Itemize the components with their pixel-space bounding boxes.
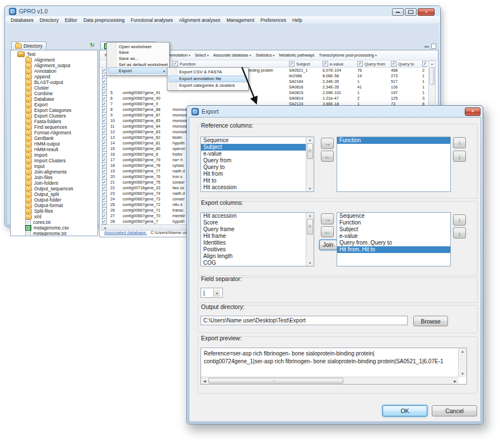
reference-chosen-list[interactable]: Function — [337, 137, 451, 192]
column-header-subject[interactable]: ✓Subject — [289, 60, 321, 67]
checkbox-icon[interactable]: ✓ — [172, 61, 178, 67]
checkbox-icon[interactable]: ✓ — [422, 61, 427, 67]
checkbox-icon[interactable]: ✓ — [102, 135, 107, 140]
toolbar-item-statistics[interactable]: Statistics▾ — [256, 53, 275, 58]
row-checkbox[interactable]: ✓ — [102, 191, 109, 196]
checkbox-icon[interactable]: ✓ — [102, 124, 107, 129]
row-checkbox[interactable]: ✓ — [102, 113, 109, 118]
checkbox-icon[interactable]: ✓ — [357, 61, 363, 67]
scroll-left-icon[interactable]: ◀ — [103, 226, 106, 229]
tree-item-fasta-folders[interactable]: Fasta-folders — [11, 119, 97, 124]
row-checkbox[interactable]: ✓ — [102, 107, 109, 113]
row-checkbox[interactable]: ✓ — [102, 208, 109, 213]
list-item-query-frame[interactable]: Query frame — [201, 226, 306, 233]
toolbar-item-select[interactable]: Select▾ — [195, 53, 209, 58]
scroll-up-icon[interactable]: ▲ — [429, 62, 435, 65]
checkbox-icon[interactable]: ✓ — [102, 146, 107, 152]
menu-item-set-as-default-worksheet[interactable]: Set as default worksheet — [108, 62, 169, 68]
column-header-query-to[interactable]: ✓Query to — [391, 60, 421, 67]
scrollbar-thumb[interactable] — [208, 378, 343, 383]
reference-add-button[interactable]: → — [321, 138, 334, 149]
tree-item-join-folders[interactable]: Join-folders — [11, 180, 97, 186]
tree-item-metagenome-csv[interactable]: metagenome.csv — [11, 225, 97, 231]
tree-item-join-alignments[interactable]: Join-alignments — [11, 169, 97, 175]
row-checkbox[interactable]: ✓ — [102, 140, 109, 146]
maximize-view-icon[interactable] — [431, 44, 436, 49]
tree-item-append[interactable]: Append — [11, 74, 97, 79]
list-item-function[interactable]: Function — [337, 219, 450, 226]
scroll-up-icon[interactable]: ▲ — [306, 138, 314, 142]
titlebar[interactable]: GPRO v1.0 — [5, 6, 440, 16]
menu-item-export[interactable]: Export▸ — [108, 67, 168, 74]
reference-move-up-button[interactable]: ↑ — [453, 137, 466, 148]
menu-item-export-categories-clusters[interactable]: Export categories & clusters — [168, 82, 248, 89]
row-checkbox[interactable]: ✓ — [102, 180, 109, 185]
row-checkbox[interactable]: ✓ — [102, 124, 109, 129]
maximize-button[interactable] — [405, 8, 417, 16]
menu-item-open-worksheet[interactable]: Open worksheet — [108, 44, 169, 50]
tree-item-export[interactable]: Export — [11, 102, 97, 107]
tree-item-split-files[interactable]: Split-files — [11, 208, 97, 214]
tree-item-export-clusters[interactable]: Export Clusters — [11, 113, 97, 119]
row-checkbox[interactable]: ✓ — [102, 196, 109, 202]
checkbox-icon[interactable]: ✓ — [102, 85, 107, 90]
field-separator-select[interactable]: | ▾ — [200, 288, 223, 298]
list-item-score[interactable]: Score — [201, 219, 306, 226]
scroll-up-icon[interactable]: ▲ — [459, 350, 466, 353]
scroll-right-icon[interactable]: ▶ — [454, 379, 456, 383]
checkbox-icon[interactable]: ✓ — [102, 191, 107, 196]
tree-item-alignment-output[interactable]: Alignment_output — [11, 63, 97, 68]
tree-item-import[interactable]: Import — [11, 152, 97, 158]
menu-item-save-as[interactable]: Save as... — [108, 55, 169, 62]
menubar-item-directory[interactable]: Directory — [40, 17, 59, 23]
list-item-query-to[interactable]: Query to — [201, 164, 306, 171]
checkbox-icon[interactable]: ✓ — [102, 174, 107, 180]
scrollbar-thumb[interactable] — [307, 219, 313, 235]
tree-item-annotation[interactable]: Annotation — [11, 68, 97, 74]
menubar-item-management[interactable]: Management — [226, 17, 254, 23]
export-move-up-button[interactable]: ↑ — [453, 214, 466, 226]
menubar-item-alignment-analyses[interactable]: Alignment analyses — [179, 17, 221, 23]
row-checkbox[interactable]: ✓ — [102, 135, 109, 140]
scroll-left-icon[interactable]: ◀ — [203, 379, 206, 383]
checkbox-icon[interactable]: ✓ — [102, 113, 107, 118]
column-header-clipped[interactable]: ✓ — [422, 60, 427, 67]
reference-move-down-button[interactable]: ↓ — [453, 151, 466, 162]
toolbar-item-metabolic-pathways[interactable]: Metabolic pathways — [279, 53, 314, 58]
checkbox-icon[interactable]: ✓ — [102, 140, 107, 146]
checkbox-icon[interactable]: ✓ — [102, 168, 107, 174]
row-checkbox[interactable]: ✓ — [102, 213, 109, 219]
row-checkbox[interactable]: ✓ — [102, 101, 109, 107]
export-preview-box[interactable]: Reference=ser-asp rich fibrinogen- bone … — [200, 348, 467, 385]
row-checkbox[interactable]: ✓ — [102, 174, 109, 180]
tree-item-cluster[interactable]: Cluster — [11, 85, 97, 91]
checkbox-icon[interactable]: ✓ — [102, 185, 107, 191]
column-header-e-value[interactable]: ✓e-value — [323, 60, 356, 67]
list-item-function[interactable]: Function — [337, 137, 450, 144]
export-chosen-list[interactable]: SequenceFunctionSubjecte-valueQuery from… — [337, 212, 451, 266]
reference-available-list[interactable]: SequenceSubjecte-valueQuery fromQuery to… — [200, 137, 314, 192]
preview-vertical-scrollbar[interactable]: ▲ ▼ — [458, 348, 466, 377]
tree-item-output-sequences[interactable]: Output_sequences — [11, 186, 97, 191]
row-checkbox[interactable]: ✓ — [102, 146, 109, 152]
tree-item-alignment[interactable]: Alignment — [11, 57, 97, 63]
list-item-hit-frame[interactable]: Hit frame — [201, 233, 306, 240]
checkbox-icon[interactable]: ✓ — [102, 208, 107, 213]
checkbox-icon[interactable]: ✓ — [102, 213, 107, 219]
tree-item-output-format[interactable]: Output-format — [11, 203, 97, 208]
list-item-cog[interactable]: COG — [201, 260, 306, 266]
row-checkbox[interactable]: ✓ — [102, 219, 109, 224]
scrollbar-thumb[interactable] — [307, 143, 313, 159]
tree-item-output-folder[interactable]: Output-folder — [11, 197, 97, 203]
checkbox-icon[interactable]: ✓ — [102, 107, 107, 113]
checkbox-icon[interactable]: ✓ — [102, 96, 107, 101]
list-item-subject[interactable]: Subject — [337, 226, 450, 233]
toolbar-item-annotation[interactable]: Annotation▾ — [168, 53, 190, 58]
scroll-down-icon[interactable]: ▼ — [306, 261, 314, 265]
dialog-close-button[interactable]: × — [465, 107, 480, 116]
checkbox-icon[interactable]: ✓ — [102, 202, 107, 208]
list-item-query-from-query-to[interactable]: Query from..Query to — [337, 240, 450, 246]
tree-item-cores-txt[interactable]: cores.txt — [11, 219, 97, 225]
cancel-button[interactable]: Cancel — [432, 405, 477, 416]
scroll-up-icon[interactable]: ▲ — [306, 214, 314, 217]
